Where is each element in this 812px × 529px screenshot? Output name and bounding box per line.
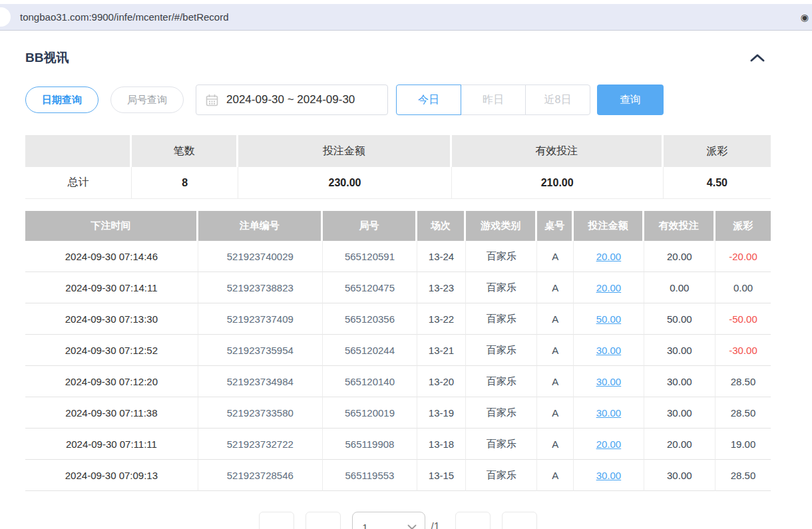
cell-bet-amount: 20.00 (574, 241, 644, 272)
cell-payout: 19.00 (715, 429, 771, 460)
summary-total-payout: 4.50 (664, 167, 771, 199)
cell-game: 百家乐 (466, 272, 538, 303)
bet-amount-link[interactable]: 20.00 (596, 251, 622, 262)
cell-valid-bet: 0.00 (644, 272, 716, 303)
cell-time: 2024-09-30 07:12:20 (25, 366, 198, 397)
bet-amount-link[interactable]: 30.00 (596, 345, 622, 356)
cell-valid-bet: 30.00 (644, 460, 716, 491)
cell-valid-bet: 30.00 (644, 335, 716, 366)
date-range-value: 2024-09-30 ~ 2024-09-30 (226, 93, 355, 106)
summary-total-valid-bet: 210.00 (452, 167, 664, 199)
collapse-chevron-icon[interactable] (749, 53, 765, 63)
cell-payout: -20.00 (715, 241, 771, 272)
cell-time: 2024-09-30 07:14:11 (25, 272, 198, 303)
cell-round: 565120140 (323, 366, 417, 397)
date-query-tab[interactable]: 日期查询 (25, 87, 99, 113)
table-row: 2024-09-30 07:09:13521923728546565119553… (25, 460, 771, 491)
cell-game: 百家乐 (466, 366, 538, 397)
cell-table-no: A (537, 397, 574, 429)
cell-table-no: A (537, 272, 574, 303)
url-bar-left-pill (0, 7, 11, 27)
page-total-label: /1 (431, 512, 439, 529)
cell-bet-amount: 50.00 (574, 303, 644, 335)
cell-bet-no: 521923737409 (198, 303, 323, 335)
cell-bet-amount: 30.00 (574, 397, 644, 429)
cell-game: 百家乐 (466, 303, 538, 335)
cell-table-no: A (537, 241, 574, 272)
summary-header-bet-amount: 投注金额 (238, 135, 451, 167)
cell-payout: 28.50 (715, 460, 771, 491)
records-header-cell: 场次 (417, 211, 466, 241)
quick-range-近8日[interactable]: 近8日 (525, 85, 590, 115)
round-query-tab[interactable]: 局号查询 (110, 87, 184, 113)
last-page-button[interactable]: ▶▶ (502, 512, 537, 529)
cell-bet-no: 521923733580 (198, 397, 323, 429)
cell-round: 565120475 (323, 272, 417, 303)
summary-header-valid-bet: 有效投注 (452, 135, 664, 167)
cell-game: 百家乐 (466, 241, 538, 272)
cell-valid-bet: 20.00 (644, 429, 716, 460)
cell-payout: -30.00 (715, 335, 771, 366)
cell-table-no: A (537, 366, 574, 397)
cell-bet-no: 521923738823 (198, 272, 323, 303)
summary-table: 笔数 投注金额 有效投注 派彩 总计 8 230.00 210.00 4.50 (25, 135, 771, 199)
next-page-button[interactable]: ▶ (455, 512, 491, 529)
quick-range-group: 今日昨日近8日 (396, 85, 590, 115)
cell-bet-no: 521923734984 (198, 366, 323, 397)
quick-range-今日[interactable]: 今日 (396, 85, 461, 115)
records-header-cell: 投注金额 (574, 211, 644, 241)
bet-amount-link[interactable]: 20.00 (596, 439, 622, 450)
records-header-cell: 注单编号 (198, 211, 323, 241)
cell-session: 13-23 (417, 272, 466, 303)
summary-total-count: 8 (132, 167, 238, 199)
records-header-row: 下注时间注单编号局号场次游戏类别桌号投注金额有效投注派彩 (25, 211, 771, 241)
cell-time: 2024-09-30 07:12:52 (25, 335, 198, 366)
cell-session: 13-19 (417, 397, 466, 429)
pagination: ◀◀ ◀ 1 /1 ▶ ▶▶ (25, 512, 771, 529)
cell-valid-bet: 50.00 (644, 303, 716, 335)
records-header-cell: 下注时间 (25, 211, 198, 241)
cell-bet-no: 521923740029 (198, 241, 323, 272)
chevron-down-icon (407, 524, 417, 529)
summary-header-count: 笔数 (132, 135, 238, 167)
cell-time: 2024-09-30 07:11:11 (25, 429, 198, 460)
cell-round: 565119908 (323, 429, 417, 460)
records-header-cell: 有效投注 (644, 211, 716, 241)
bet-amount-link[interactable]: 50.00 (596, 313, 622, 325)
url-text[interactable]: tongbao31.com:9900/infe/mcenter/#/betRec… (20, 11, 229, 23)
records-header-cell: 派彩 (715, 211, 771, 241)
prev-page-button[interactable]: ◀ (305, 512, 341, 529)
cell-bet-amount: 20.00 (574, 429, 644, 460)
page-select-value: 1 (362, 522, 367, 529)
quick-range-昨日[interactable]: 昨日 (461, 85, 526, 115)
cell-time: 2024-09-30 07:09:13 (25, 460, 198, 491)
cell-round: 565120019 (323, 397, 417, 429)
bet-records-table: 下注时间注单编号局号场次游戏类别桌号投注金额有效投注派彩 2024-09-30 … (25, 211, 771, 491)
cell-session: 13-15 (417, 460, 466, 491)
page-select[interactable]: 1 (352, 512, 425, 529)
bet-amount-link[interactable]: 30.00 (596, 407, 622, 419)
table-row: 2024-09-30 07:14:11521923738823565120475… (25, 272, 771, 303)
table-row: 2024-09-30 07:12:52521923735954565120244… (25, 335, 771, 366)
cell-time: 2024-09-30 07:13:30 (25, 303, 198, 335)
cell-time: 2024-09-30 07:11:38 (25, 397, 198, 429)
records-header-cell: 桌号 (537, 211, 574, 241)
cell-time: 2024-09-30 07:14:46 (25, 241, 198, 272)
bet-amount-link[interactable]: 30.00 (596, 376, 622, 387)
bet-amount-link[interactable]: 20.00 (596, 282, 622, 293)
cell-bet-amount: 30.00 (574, 460, 644, 491)
cell-valid-bet: 30.00 (644, 366, 716, 397)
cell-table-no: A (537, 460, 574, 491)
bet-amount-link[interactable]: 30.00 (596, 470, 622, 481)
records-header-cell: 游戏类别 (466, 211, 538, 241)
cell-bet-no: 521923728546 (198, 460, 323, 491)
target-icon[interactable]: ◉ (801, 13, 809, 22)
table-row: 2024-09-30 07:12:20521923734984565120140… (25, 366, 771, 397)
first-page-button[interactable]: ◀◀ (259, 512, 294, 529)
bet-record-panel: BB视讯 日期查询 局号查询 2024-09-30 ~ 2024-09-30 今… (0, 49, 812, 529)
date-range-input[interactable]: 2024-09-30 ~ 2024-09-30 (196, 85, 388, 115)
cell-payout: 0.00 (715, 272, 771, 303)
search-button[interactable]: 查询 (597, 85, 664, 115)
cell-payout: 28.50 (715, 397, 771, 429)
cell-game: 百家乐 (466, 397, 538, 429)
